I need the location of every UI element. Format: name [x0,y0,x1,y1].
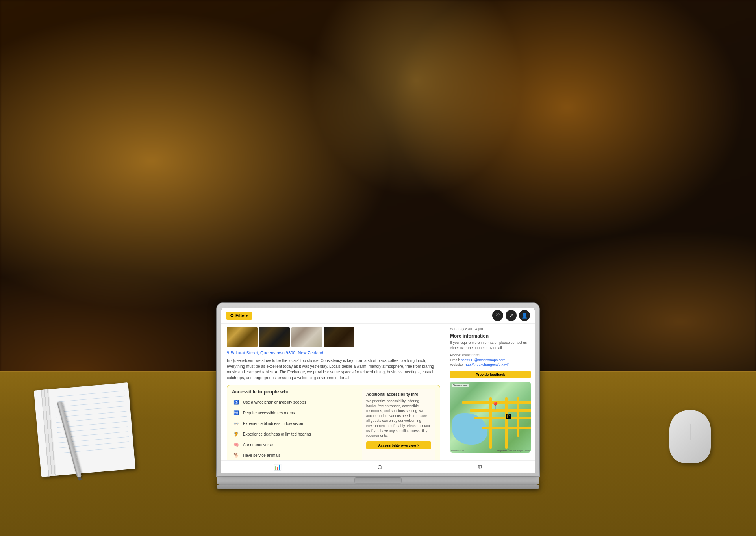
deafness-label: Experience deafness or limited hearing [243,432,311,436]
right-panel: Saturday 8 am–3 pm More information If y… [446,324,535,460]
blindness-icon: 👓 [232,419,241,428]
accessible-box-left: Accessible to people who ♿ Use a wheelch… [232,389,358,460]
accessible-box: Accessible to people who ♿ Use a wheelch… [227,385,440,460]
accessible-item-animals: 🐕 Have service animals [232,451,358,460]
map-pin-main[interactable]: 📍 [491,401,500,410]
bottom-icon-share[interactable]: ⧉ [478,464,482,471]
filters-label: Filters [235,313,248,318]
phone-number: 098011121 [462,353,480,357]
top-bar: ⚙ Filters ♡ ⤢ 👤 [221,308,535,324]
accessible-item-restrooms: 🚻 Require accessible restrooms [232,408,358,417]
phone-row: Phone: 098011121 [450,353,531,357]
photo-2[interactable] [259,327,290,347]
top-right-icons: ♡ ⤢ 👤 [492,310,530,321]
website-link[interactable]: http://theexchangecafe.kiwi/ [465,363,508,367]
email-label: Email: [450,358,460,362]
photos-row [227,327,440,347]
wheelchair-icon: ♿ [232,398,241,406]
additional-info-text: We prioritize accessibility, offering ba… [366,399,431,438]
deafness-icon: 🦻 [232,430,241,438]
description-text: In Queenstown, we strive to be the local… [227,358,440,381]
share-button[interactable]: ⤢ [506,310,517,321]
laptop-screen-housing: ⚙ Filters ♡ ⤢ 👤 [217,303,539,476]
map-pin-secondary[interactable]: 🅿 [506,413,511,419]
email-link[interactable]: scott+19@accessmaps.com [461,358,506,362]
animals-label: Have service animals [243,453,280,458]
laptop-base [217,476,539,485]
email-row: Email: scott+19@accessmaps.com [450,358,531,362]
photo-4[interactable] [324,327,354,347]
map-road-v2 [505,397,508,449]
filters-icon: ⚙ [230,313,234,318]
additional-info-title: Additional accessibility info: [366,392,431,397]
map-label-queenstown: Queenstown [452,384,469,387]
accessible-item-wheelchair: ♿ Use a wheelchair or mobility scooter [232,398,358,406]
accessibility-overview-button[interactable]: Accessibility overview > [366,441,431,449]
accessible-item-neurodiverse: 🧠 Are neurodiverse [232,440,358,449]
accessible-item-deafness: 🦻 Experience deafness or limited hearing [232,430,358,438]
hours-text: Saturday 8 am–3 pm [450,327,531,331]
user-button[interactable]: 👤 [519,310,530,321]
laptop-screen-bezel: ⚙ Filters ♡ ⤢ 👤 [221,308,535,473]
bottom-bar: 📊 ⊕ ⧉ [221,460,535,473]
address-link[interactable]: 9 Ballarat Street, Queenstown 9300, New … [227,351,440,355]
restrooms-icon: 🚻 [232,408,241,417]
filters-button[interactable]: ⚙ Filters [226,312,252,320]
mouse [669,410,711,463]
favorite-button[interactable]: ♡ [492,310,503,321]
website-row: Website: http://theexchangecafe.kiwi/ [450,363,531,367]
main-area: 9 Ballarat Street, Queenstown 9300, New … [221,324,535,460]
notebook [34,382,135,477]
map-area[interactable]: 📍 🅿 Queenstown AccessMaps Map data ©2024… [450,382,531,453]
blindness-label: Experience blindness or low vision [243,421,303,426]
photo-3[interactable] [291,327,322,347]
accessible-item-blindness: 👓 Experience blindness or low vision [232,419,358,428]
map-attribution-right: Map data ©2024 Google Terms [497,449,530,452]
laptop: ⚙ Filters ♡ ⤢ 👤 [217,303,539,489]
map-road-2 [470,409,531,412]
bottom-icon-location[interactable]: ⊕ [377,463,382,471]
more-info-description: If you require more information please c… [450,340,531,350]
left-panel: 9 Ballarat Street, Queenstown 9300, New … [221,324,446,460]
neurodiverse-label: Are neurodiverse [243,443,273,447]
map-road-3 [474,417,531,419]
map-attribution: AccessMaps [451,449,464,452]
laptop-feet [217,485,539,489]
website-label: Website: [450,363,464,367]
restrooms-label: Require accessible restrooms [243,411,295,415]
app-window: ⚙ Filters ♡ ⤢ 👤 [221,308,535,473]
neurodiverse-icon: 🧠 [232,440,241,449]
phone-label: Phone: [450,353,461,357]
map-road-v3 [517,397,519,437]
wheelchair-label: Use a wheelchair or mobility scooter [243,400,306,404]
photo-1[interactable] [227,327,258,347]
provide-feedback-button[interactable]: Provide feedback [450,371,531,378]
trackpad[interactable] [354,477,402,484]
animals-icon: 🐕 [232,451,241,460]
additional-info-box: Additional accessibility info: We priori… [362,389,435,460]
more-info-title: More information [450,333,531,339]
bottom-icon-stats[interactable]: 📊 [274,463,282,471]
accessible-box-title: Accessible to people who [232,389,358,395]
